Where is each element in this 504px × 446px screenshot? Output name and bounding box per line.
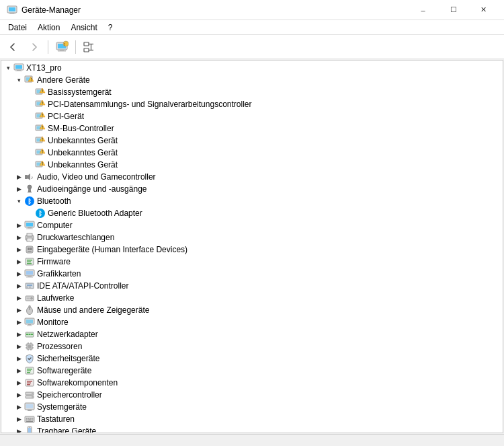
svg-rect-135	[28, 428, 31, 433]
bluetooth-adapter-icon: ᛒ	[35, 208, 46, 219]
tree-softwarekomponenten[interactable]: ▶ Softwarekomponenten	[1, 377, 503, 389]
tree-pci-signal[interactable]: ! PCI-Datensammlungs- und Signalverarbei…	[1, 98, 503, 110]
laufwerke-label: Laufwerke	[37, 293, 74, 303]
softwarekomponenten-label: Softwarekomponenten	[37, 378, 118, 387]
tree-root[interactable]: ▾ XT13_pro	[1, 62, 503, 74]
tree-bluetooth[interactable]: ▾ ᛒ Bluetooth	[1, 195, 503, 207]
softwarekomponenten-expander[interactable]: ▶	[13, 377, 24, 388]
keyboard-icon	[24, 414, 35, 424]
laufwerke-expander[interactable]: ▶	[13, 293, 24, 303]
svg-rect-51	[25, 175, 28, 179]
svg-rect-68	[28, 239, 32, 240]
svg-rect-129	[32, 418, 34, 419]
ide-expander[interactable]: ▶	[13, 281, 24, 291]
bluetooth-expander[interactable]: ▾	[13, 196, 24, 207]
menu-bar: Datei Aktion Ansicht ?	[0, 20, 504, 35]
audio-video-expander[interactable]: ▶	[13, 172, 24, 182]
tree-audio-video[interactable]: ▶ ♪ Audio, Video und Gamecontroller	[1, 171, 503, 183]
back-button[interactable]	[3, 38, 23, 57]
maximize-button[interactable]: ☐	[438, 0, 468, 20]
tree-tragbar[interactable]: ▶ Tragbare Geräte	[1, 425, 503, 433]
tree-system[interactable]: ▶ Systemgeräte	[1, 401, 503, 413]
tree-drucker[interactable]: ▶ Druckwarteschlangen	[1, 231, 503, 244]
tree-computer[interactable]: ▶ Computer	[1, 219, 503, 231]
svg-rect-112	[27, 371, 31, 372]
root-expander[interactable]: ▾	[3, 63, 13, 73]
svg-rect-3	[9, 13, 15, 14]
monitore-expander[interactable]: ▶	[13, 317, 24, 328]
warning-unk3-icon: !	[35, 159, 46, 170]
hid-expander[interactable]: ▶	[13, 244, 24, 255]
andere-geraete-label: Andere Geräte	[37, 75, 90, 85]
tree-grafik[interactable]: ▶ Grafikkarten	[1, 268, 503, 280]
device-manager-button[interactable]: !	[52, 38, 72, 57]
tree-audio-io[interactable]: ▶ Audioeingänge und -ausgänge	[1, 183, 503, 195]
tragbar-expander[interactable]: ▶	[13, 426, 24, 433]
audio-io-label: Audioeingänge und -ausgänge	[37, 184, 146, 194]
close-button[interactable]: ✕	[468, 0, 499, 20]
basissystemgeraet-label: Basissystemgerät	[48, 87, 112, 97]
maeuse-expander[interactable]: ▶	[13, 305, 24, 315]
tastatur-expander[interactable]: ▶	[13, 414, 24, 424]
expand-button[interactable]	[79, 38, 99, 57]
tree-smbus[interactable]: ! SM-Bus-Controller	[1, 122, 503, 135]
tree-sicherheit[interactable]: ▶ Sicherheitsgeräte	[1, 352, 503, 365]
device-tree-container[interactable]: ▾ XT13_pro ▾ !	[1, 60, 503, 433]
tree-speicher[interactable]: ▶ Speichercontroller	[1, 389, 503, 401]
tree-andere-geraete[interactable]: ▾ ! Andere Geräte	[1, 74, 503, 86]
menu-aktion[interactable]: Aktion	[32, 22, 65, 34]
tree-prozessoren[interactable]: ▶ Prozessoren	[1, 340, 503, 352]
tree-unbekannt-3[interactable]: ! Unbekanntes Gerät	[1, 159, 503, 171]
menu-datei[interactable]: Datei	[3, 22, 32, 34]
tree-hid[interactable]: ▶ Eingabegeräte (Human Interface Devices…	[1, 244, 503, 256]
warning-smbus-icon: !	[35, 123, 46, 134]
tree-pci-geraet[interactable]: ! PCI-Gerät	[1, 110, 503, 122]
tree-laufwerke[interactable]: ▶ Laufwerke	[1, 292, 503, 304]
menu-ansicht[interactable]: Ansicht	[65, 22, 102, 34]
svg-rect-56	[28, 192, 32, 192]
computer-expander[interactable]: ▶	[13, 220, 24, 231]
andere-geraete-expander[interactable]: ▾	[13, 75, 24, 85]
system-expander[interactable]: ▶	[13, 402, 24, 412]
grafik-expander[interactable]: ▶	[13, 268, 24, 279]
prozessoren-expander[interactable]: ▶	[13, 341, 24, 352]
tree-basissystemgeraet[interactable]: ! Basissystemgerät	[1, 86, 503, 98]
firmware-expander[interactable]: ▶	[13, 256, 24, 267]
bluetooth-label: Bluetooth	[37, 196, 71, 206]
sicherheit-expander[interactable]: ▶	[13, 353, 24, 364]
tree-firmware[interactable]: ▶ Firmware	[1, 256, 503, 268]
toolbar-separator-2	[75, 40, 76, 54]
svg-rect-93	[26, 320, 33, 324]
netzwerk-expander[interactable]: ▶	[13, 329, 24, 340]
pci-geraet-expander	[24, 111, 35, 122]
audio-io-expander[interactable]: ▶	[13, 184, 24, 194]
tree-ide[interactable]: ▶ IDE ATA/ATAPI-Controller	[1, 280, 503, 292]
svg-rect-123	[26, 404, 33, 408]
svg-rect-75	[27, 260, 32, 261]
tree-softwaregeraete[interactable]: ▶ Softwaregeräte	[1, 365, 503, 377]
svg-rect-132	[32, 420, 34, 421]
unbekannt-3-expander	[24, 159, 35, 170]
tree-netzwerk[interactable]: ▶ Netzwerkadapter	[1, 328, 503, 340]
pci-signal-expander	[24, 99, 35, 110]
svg-rect-137	[29, 427, 30, 428]
svg-rect-84	[26, 287, 28, 288]
menu-help[interactable]: ?	[103, 22, 118, 34]
tree-unbekannt-1[interactable]: ! Unbekanntes Gerät	[1, 135, 503, 147]
forward-button[interactable]	[24, 38, 44, 57]
title-bar-left: Geräte-Manager	[7, 5, 81, 15]
system-label: Systemgeräte	[37, 402, 87, 412]
svg-rect-77	[27, 263, 32, 264]
warning-sm-icon: !	[35, 87, 46, 98]
app-icon	[7, 5, 17, 15]
drucker-expander[interactable]: ▶	[13, 232, 24, 243]
generic-bluetooth-label: Generic Bluetooth Adapter	[48, 209, 142, 218]
softwaregeraete-expander[interactable]: ▶	[13, 365, 24, 376]
tree-tastatur[interactable]: ▶ Tastaturen	[1, 413, 503, 425]
tree-generic-bluetooth[interactable]: ᛒ Generic Bluetooth Adapter	[1, 207, 503, 219]
tree-maeuse[interactable]: ▶ Mäuse und andere Zeigegeräte	[1, 304, 503, 316]
tree-monitore[interactable]: ▶ Monitore	[1, 316, 503, 328]
minimize-button[interactable]: –	[408, 0, 438, 20]
speicher-expander[interactable]: ▶	[13, 389, 24, 400]
tree-unbekannt-2[interactable]: ! Unbekanntes Gerät	[1, 147, 503, 159]
